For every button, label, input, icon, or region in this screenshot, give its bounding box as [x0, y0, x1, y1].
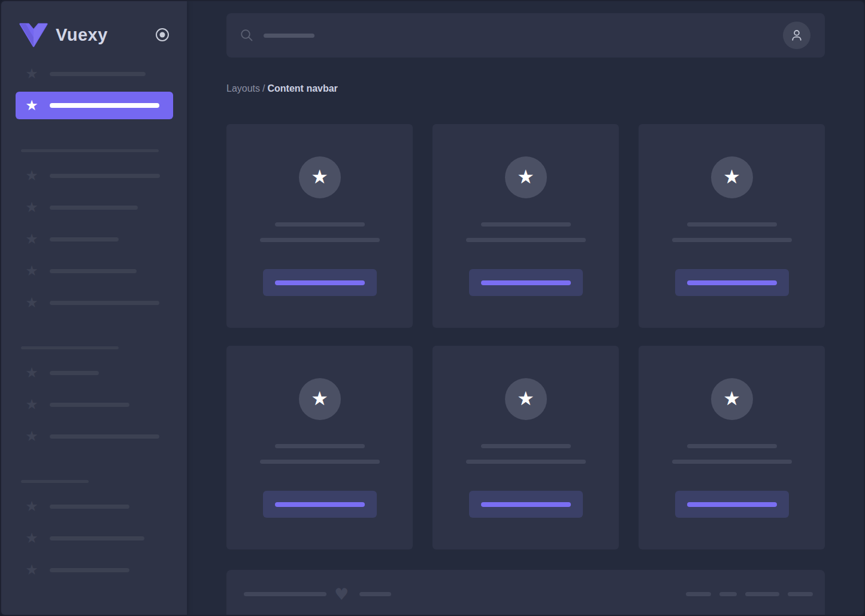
- nav-item[interactable]: ★: [1, 289, 173, 316]
- card-avatar-circle: ★: [299, 156, 341, 198]
- search-placeholder-skeleton: [264, 34, 314, 38]
- nav-item[interactable]: ★: [1, 359, 173, 386]
- card-title-skeleton: [275, 444, 365, 448]
- nav-item-label-skeleton: [50, 206, 138, 210]
- breadcrumb-separator: /: [262, 83, 265, 93]
- nav-item-label-skeleton: [50, 434, 159, 439]
- breadcrumb: Layouts/Content navbar: [226, 83, 825, 94]
- button-label-skeleton: [481, 280, 571, 285]
- nav-item-label-skeleton: [50, 269, 137, 273]
- menu-pin-toggle-icon[interactable]: [155, 27, 170, 43]
- sidebar: Vuexy ★ ★ ★ ★: [1, 1, 187, 615]
- user-avatar-button[interactable]: [783, 22, 810, 49]
- nav-item-label-skeleton: [50, 237, 119, 241]
- star-icon: ★: [723, 167, 740, 188]
- placeholder-card: ★: [639, 124, 825, 328]
- card-avatar-circle: ★: [299, 378, 341, 420]
- card-avatar-circle: ★: [711, 378, 753, 420]
- star-icon: ★: [24, 397, 40, 412]
- star-icon: ★: [24, 563, 40, 577]
- star-icon: ★: [24, 366, 40, 380]
- main-content: Layouts/Content navbar ★ ★: [187, 1, 864, 615]
- footer-link-skeleton: [745, 592, 779, 596]
- star-icon: ★: [24, 499, 40, 514]
- card-action-button[interactable]: [263, 269, 377, 296]
- card-title-skeleton: [481, 222, 571, 227]
- breadcrumb-current: Content navbar: [268, 83, 338, 93]
- nav-item-label-skeleton: [50, 505, 129, 509]
- nav-item-active[interactable]: ★: [16, 92, 173, 119]
- nav-item-label-skeleton: [50, 403, 129, 407]
- nav-item[interactable]: ★: [1, 225, 173, 253]
- nav-item[interactable]: ★: [1, 60, 173, 87]
- footer: ♥: [226, 570, 825, 616]
- card-title-skeleton: [687, 222, 777, 227]
- button-label-skeleton: [687, 280, 777, 285]
- card-title-skeleton: [275, 222, 365, 227]
- footer-text-skeleton: [359, 592, 391, 596]
- card-title-skeleton: [481, 444, 571, 448]
- footer-link-skeleton: [719, 592, 737, 596]
- button-label-skeleton: [275, 280, 365, 285]
- placeholder-card: ★: [226, 124, 413, 328]
- search-bar[interactable]: [226, 13, 825, 58]
- card-title-skeleton: [687, 444, 777, 448]
- nav-item[interactable]: ★: [1, 422, 173, 450]
- star-icon: ★: [517, 167, 534, 188]
- placeholder-card: ★: [432, 346, 619, 549]
- star-icon: ★: [24, 264, 40, 278]
- breadcrumb-parent[interactable]: Layouts: [226, 83, 260, 93]
- star-icon: ★: [517, 389, 534, 410]
- card-avatar-circle: ★: [505, 156, 547, 198]
- nav-item[interactable]: ★: [1, 524, 173, 552]
- card-action-button[interactable]: [675, 491, 789, 518]
- card-action-button[interactable]: [263, 491, 377, 518]
- nav-item[interactable]: ★: [1, 257, 173, 285]
- placeholder-card: ★: [226, 346, 413, 549]
- nav-item-label-skeleton: [50, 568, 129, 572]
- nav-item[interactable]: ★: [1, 391, 173, 418]
- card-avatar-circle: ★: [711, 156, 753, 198]
- star-icon: ★: [311, 167, 328, 188]
- button-label-skeleton: [481, 502, 571, 507]
- nav-item[interactable]: ★: [1, 493, 173, 520]
- nav-section-title-skeleton: [21, 149, 159, 152]
- cards-grid: ★ ★ ★: [226, 124, 825, 549]
- nav-section-title-skeleton: [21, 480, 89, 483]
- star-icon: ★: [24, 67, 40, 81]
- button-label-skeleton: [687, 502, 777, 507]
- nav-section-title-skeleton: [21, 346, 119, 349]
- star-icon: ★: [311, 389, 328, 410]
- nav-item[interactable]: ★: [1, 556, 173, 584]
- star-icon: ★: [24, 200, 40, 215]
- card-subtitle-skeleton: [672, 238, 792, 242]
- nav-item-label-skeleton: [50, 174, 160, 178]
- app-window: Vuexy ★ ★ ★ ★: [0, 0, 865, 616]
- nav-item-label-skeleton: [50, 72, 146, 76]
- sidebar-nav: ★ ★ ★ ★ ★ ★: [1, 49, 187, 584]
- card-action-button[interactable]: [675, 269, 789, 296]
- nav-item[interactable]: ★: [1, 194, 173, 221]
- card-subtitle-skeleton: [260, 460, 380, 464]
- card-action-button[interactable]: [469, 491, 583, 518]
- footer-link-skeleton: [686, 592, 711, 596]
- card-action-button[interactable]: [469, 269, 583, 296]
- nav-item[interactable]: ★: [1, 162, 173, 189]
- search-icon: [240, 28, 254, 43]
- placeholder-card: ★: [639, 346, 825, 549]
- app-title: Vuexy: [56, 25, 108, 45]
- card-subtitle-skeleton: [466, 238, 586, 242]
- nav-item-label-skeleton: [50, 371, 99, 375]
- vuexy-logo-icon: [19, 23, 48, 47]
- footer-copyright-skeleton: [244, 592, 326, 596]
- nav-item-label-skeleton: [50, 103, 159, 108]
- card-subtitle-skeleton: [466, 460, 586, 464]
- user-icon: [789, 28, 804, 43]
- placeholder-card: ★: [432, 124, 619, 328]
- star-icon: ★: [723, 389, 740, 410]
- star-icon: ★: [24, 429, 40, 443]
- footer-link-skeleton: [788, 592, 813, 596]
- nav-item-label-skeleton: [50, 301, 159, 305]
- star-icon: ★: [24, 98, 40, 113]
- button-label-skeleton: [275, 502, 365, 507]
